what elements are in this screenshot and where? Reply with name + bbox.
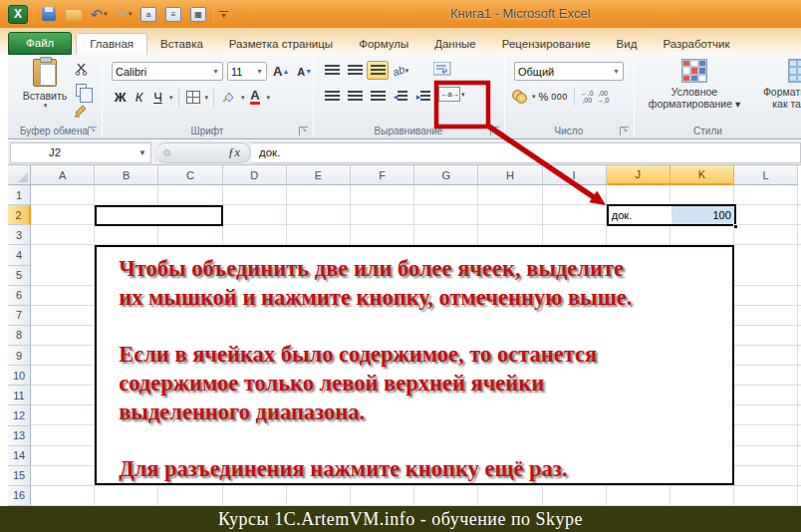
selection-j2-k2[interactable]: док. 100 — [607, 204, 736, 226]
accounting-dropdown-icon[interactable]: ▾ — [532, 93, 536, 101]
align-middle-button[interactable] — [344, 61, 366, 80]
paste-button[interactable]: Вставить ▾ — [22, 59, 68, 121]
font-size-combo[interactable]: 11▼ — [227, 62, 267, 81]
copy-button[interactable] — [70, 82, 92, 99]
paste-dropdown-icon[interactable]: ▾ — [44, 102, 48, 110]
qat-custom-button-3[interactable]: ▦ — [188, 5, 208, 24]
align-bottom-button[interactable] — [367, 61, 389, 80]
tab-view[interactable]: Вид — [604, 34, 651, 55]
row-header-9[interactable]: 9 — [8, 346, 31, 366]
row-header-5[interactable]: 5 — [8, 266, 31, 286]
format-painter-button[interactable] — [70, 103, 92, 120]
increase-decimal-button[interactable]: ←,0 ,00 — [581, 90, 594, 104]
column-header-K[interactable]: K — [670, 165, 734, 185]
column-header-D[interactable]: D — [223, 165, 287, 185]
align-top-button[interactable] — [321, 61, 343, 80]
decrease-indent-button[interactable]: ◂ — [390, 87, 411, 106]
row-header-2[interactable]: 2 — [8, 205, 31, 225]
tab-home[interactable]: Главная — [76, 33, 147, 55]
row-header-7[interactable]: 7 — [8, 306, 31, 326]
undo-dropdown-icon[interactable]: ▾ — [104, 10, 108, 18]
merge-dropdown-icon[interactable]: ▾ — [461, 91, 465, 99]
font-color-button[interactable]: А — [247, 88, 264, 107]
column-header-I[interactable]: I — [543, 165, 607, 185]
tab-file[interactable]: Файл — [8, 32, 72, 55]
align-center-button[interactable] — [344, 87, 366, 106]
row-header-6[interactable]: 6 — [8, 286, 31, 306]
row-header-4[interactable]: 4 — [8, 245, 31, 265]
save-button[interactable] — [39, 5, 59, 24]
column-header-H[interactable]: H — [478, 165, 542, 185]
number-format-combo[interactable]: Общий▼ — [514, 62, 624, 81]
tab-insert[interactable]: Вставка — [147, 34, 216, 55]
column-header-C[interactable]: C — [158, 165, 222, 185]
cut-button[interactable] — [70, 61, 92, 78]
underline-dropdown-icon[interactable]: ▾ — [169, 94, 173, 102]
column-header-L[interactable]: L — [734, 165, 798, 185]
row-header-15[interactable]: 15 — [8, 466, 31, 486]
redo-dropdown-icon[interactable]: ▾ — [129, 10, 133, 18]
font-dialog-launcher[interactable] — [299, 127, 308, 135]
underline-button[interactable]: Ч — [149, 88, 166, 107]
merge-center-button[interactable]: ←a→ ▾ — [438, 87, 465, 102]
align-left-button[interactable] — [321, 87, 343, 106]
name-box[interactable]: J2▼ — [10, 142, 151, 163]
accounting-format-icon[interactable] — [512, 90, 528, 104]
row-header-3[interactable]: 3 — [8, 225, 31, 245]
row-header-14[interactable]: 14 — [8, 446, 31, 466]
open-button[interactable] — [64, 5, 84, 24]
qat-custom-button-1[interactable]: a — [138, 5, 158, 24]
row-header-1[interactable]: 1 — [8, 185, 31, 205]
font-family-combo[interactable]: Calibri▼ — [112, 62, 223, 81]
number-dialog-launcher[interactable] — [620, 127, 629, 135]
grow-font-button[interactable]: A▲ — [271, 62, 291, 81]
excel-logo-icon[interactable]: X — [8, 5, 28, 24]
column-header-J[interactable]: J — [607, 165, 670, 185]
chevron-down-icon[interactable]: ▼ — [138, 148, 146, 157]
redo-button[interactable]: ↷▾ — [114, 5, 134, 24]
qat-customize-button[interactable]: ▼ — [219, 11, 228, 18]
shrink-font-button[interactable]: A▼ — [295, 62, 314, 81]
cell-k2[interactable]: 100 — [671, 206, 734, 224]
increase-indent-button[interactable]: ▸ — [412, 87, 434, 106]
column-header-B[interactable]: B — [95, 165, 158, 185]
merged-cell-demo-b2[interactable] — [95, 205, 222, 226]
undo-button[interactable]: ↶▾ — [89, 5, 109, 24]
bold-button[interactable]: Ж — [112, 88, 129, 107]
row-header-13[interactable]: 13 — [8, 426, 31, 446]
comma-style-button[interactable]: 000 — [551, 92, 568, 102]
italic-button[interactable]: К — [131, 88, 147, 107]
tab-data[interactable]: Данные — [421, 34, 489, 55]
fill-handle[interactable] — [733, 224, 738, 229]
row-header-10[interactable]: 10 — [8, 366, 31, 386]
column-header-G[interactable]: G — [414, 165, 478, 185]
fill-color-dropdown-icon[interactable]: ▾ — [241, 94, 245, 102]
insert-function-button[interactable]: ƒx — [228, 144, 240, 160]
column-header-E[interactable]: E — [287, 165, 351, 185]
borders-dropdown-icon[interactable]: ▾ — [205, 94, 209, 102]
align-right-button[interactable] — [367, 87, 389, 106]
clipboard-dialog-launcher[interactable] — [88, 127, 97, 135]
decrease-decimal-button[interactable]: ,00 →,0 — [597, 90, 610, 104]
conditional-formatting-button[interactable]: Условное форматирование ▾ — [644, 59, 745, 110]
percent-style-button[interactable]: % — [539, 91, 549, 103]
column-header-F[interactable]: F — [351, 165, 414, 185]
select-all-corner[interactable] — [8, 165, 31, 185]
row-header-8[interactable]: 8 — [8, 326, 31, 346]
orientation-button[interactable]: ab▾ — [390, 61, 411, 80]
font-color-dropdown-icon[interactable]: ▾ — [267, 94, 271, 102]
tab-review[interactable]: Рецензирование — [489, 34, 604, 55]
formula-input[interactable]: док. — [251, 142, 801, 163]
wrap-text-button[interactable] — [430, 59, 454, 79]
borders-button[interactable] — [184, 88, 202, 107]
column-header-A[interactable]: A — [31, 165, 95, 185]
tab-formulas[interactable]: Формулы — [346, 34, 421, 55]
row-header-12[interactable]: 12 — [8, 405, 31, 425]
format-as-table-button[interactable]: Форматировать как таблицу — [751, 59, 801, 110]
tab-page-layout[interactable]: Разметка страницы — [216, 34, 346, 55]
row-header-11[interactable]: 11 — [8, 386, 31, 405]
fill-color-button[interactable] — [219, 88, 238, 107]
cell-grid[interactable]: Чтобы объединить две или более ячеек, вы… — [31, 185, 801, 506]
alignment-dialog-launcher[interactable] — [490, 127, 499, 135]
cell-j2[interactable]: док. — [609, 206, 671, 224]
